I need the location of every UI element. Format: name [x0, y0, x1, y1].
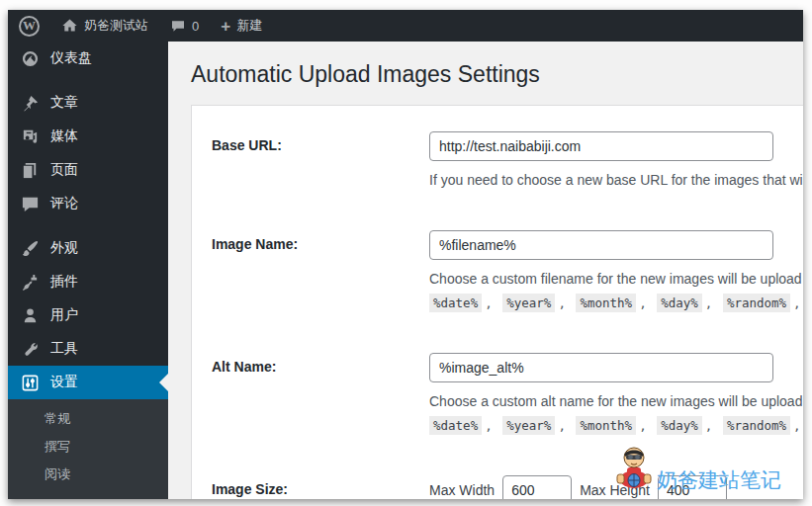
base-url-help: If you need to choose a new base URL for…: [429, 172, 803, 188]
site-name: 奶爸测试站: [84, 17, 148, 35]
submenu-item-reading[interactable]: 阅读: [8, 461, 168, 488]
sidebar-item-label: 仪表盘: [50, 49, 92, 67]
token: %date%: [429, 416, 482, 435]
settings-panel: Base URL: If you need to choose a new ba…: [191, 105, 803, 499]
page-title: Automatic Upload Images Settings: [168, 42, 803, 88]
max-width-input[interactable]: [502, 475, 572, 499]
home-icon: [61, 18, 78, 34]
image-name-help: Choose a custom filename for the new ima…: [429, 271, 803, 287]
admin-bar: W 奶爸测试站 0 + 新建: [8, 10, 803, 42]
settings-submenu: 常规 撰写 阅读: [8, 399, 168, 499]
token: %day%: [657, 416, 702, 435]
sidebar-item-label: 外观: [50, 239, 78, 257]
image-size-label: Image Size:: [212, 475, 429, 499]
posts-pin-icon: [21, 94, 40, 113]
sidebar-item-pages[interactable]: 页面: [8, 153, 168, 187]
wp-logo-menu[interactable]: W: [8, 10, 50, 42]
alt-name-input[interactable]: [429, 353, 773, 382]
base-url-label: Base URL:: [212, 131, 429, 188]
token: %random%: [723, 416, 790, 435]
sidebar-item-label: 工具: [50, 340, 78, 358]
admin-sidebar: 仪表盘 文章 媒体 页面 评论: [8, 42, 168, 499]
image-name-tokens: %date%, %year%, %month%, %day%, %random%…: [429, 295, 803, 310]
base-url-row: Base URL: If you need to choose a new ba…: [212, 131, 803, 188]
menu-separator: [8, 75, 168, 86]
sidebar-item-comments[interactable]: 评论: [8, 187, 168, 220]
sidebar-item-settings[interactable]: 设置: [8, 366, 168, 399]
submenu-item-general[interactable]: 常规: [8, 405, 168, 433]
comment-bubble-icon: [170, 19, 186, 34]
sidebar-item-users[interactable]: 用户: [8, 298, 168, 332]
tools-wrench-icon: [21, 340, 40, 359]
image-name-label: Image Name:: [212, 230, 429, 310]
new-label: 新建: [236, 17, 262, 35]
alt-name-tokens: %date%, %year%, %month%, %day%, %random%…: [429, 418, 803, 433]
new-content-menu[interactable]: + 新建: [210, 10, 273, 42]
sidebar-item-posts[interactable]: 文章: [8, 86, 168, 120]
image-name-input[interactable]: [429, 230, 773, 260]
alt-name-label: Alt Name:: [212, 353, 429, 433]
sidebar-item-tools[interactable]: 工具: [8, 332, 168, 366]
plus-icon: +: [221, 18, 230, 35]
site-link[interactable]: 奶爸测试站: [50, 10, 159, 42]
image-name-row: Image Name: Choose a custom filename for…: [212, 230, 803, 310]
max-width-label: Max Width: [429, 482, 495, 498]
alt-name-help: Choose a custom alt name for the new ima…: [429, 393, 803, 409]
menu-separator: [8, 220, 168, 231]
sidebar-item-dashboard[interactable]: 仪表盘: [8, 42, 168, 75]
pages-icon: [21, 161, 40, 180]
sidebar-item-label: 媒体: [50, 127, 78, 145]
image-size-row: Image Size: Max Width Max Height You can…: [212, 475, 803, 499]
main-content: Automatic Upload Images Settings Base UR…: [168, 42, 803, 499]
sidebar-item-label: 插件: [50, 273, 78, 291]
submenu-item-writing[interactable]: 撰写: [8, 433, 168, 461]
alt-name-row: Alt Name: Choose a custom alt name for t…: [212, 353, 803, 433]
wordpress-admin-window: W 奶爸测试站 0 + 新建 仪表盘: [8, 10, 803, 499]
users-icon: [21, 306, 40, 325]
base-url-input[interactable]: [429, 131, 773, 161]
sidebar-item-label: 用户: [50, 306, 78, 324]
sidebar-item-label: 文章: [50, 94, 78, 112]
sidebar-item-media[interactable]: 媒体: [8, 120, 168, 153]
comments-icon: [21, 195, 40, 213]
media-icon: [21, 127, 40, 146]
max-height-input[interactable]: [658, 475, 727, 499]
comments-count: 0: [192, 19, 199, 34]
appearance-brush-icon: [21, 239, 40, 258]
sidebar-item-label: 页面: [50, 161, 78, 179]
token: %random%: [723, 294, 790, 312]
token: %month%: [576, 294, 636, 312]
token: %day%: [657, 294, 702, 312]
sidebar-item-plugins[interactable]: 插件: [8, 265, 168, 298]
sidebar-item-label: 评论: [50, 195, 78, 212]
plugin-icon: [21, 273, 40, 292]
settings-sliders-icon: [21, 374, 40, 392]
dashboard-icon: [21, 49, 40, 68]
comments-menu[interactable]: 0: [159, 10, 210, 42]
wordpress-logo-icon: W: [19, 16, 40, 37]
max-height-label: Max Height: [580, 482, 650, 498]
token: %year%: [502, 294, 555, 312]
sidebar-item-appearance[interactable]: 外观: [8, 231, 168, 265]
token: %date%: [429, 294, 482, 312]
token: %month%: [576, 416, 636, 435]
sidebar-item-label: 设置: [50, 374, 78, 391]
token: %year%: [502, 416, 555, 435]
